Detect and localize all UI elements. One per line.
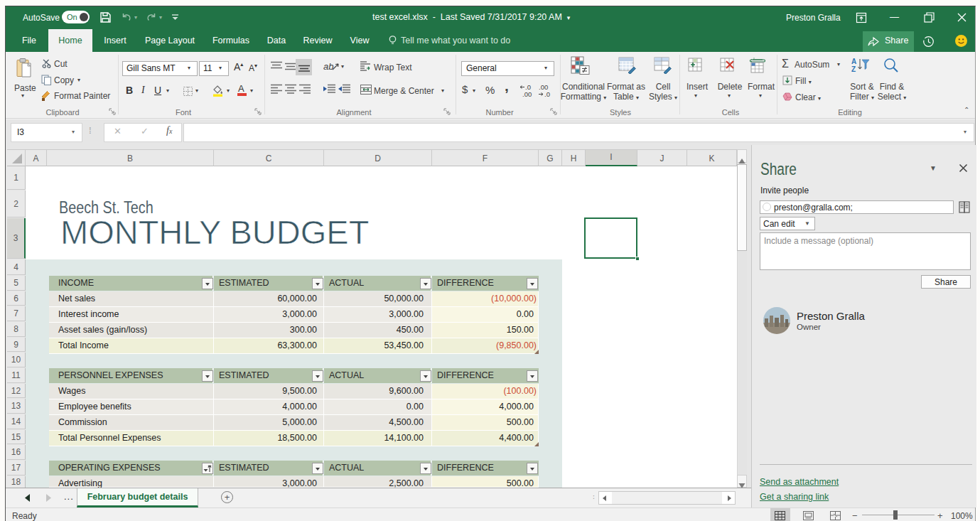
svg-text:.00: .00 — [522, 90, 532, 98]
svg-text:Z: Z — [851, 65, 856, 73]
svg-text:.0: .0 — [544, 90, 550, 98]
svg-text:A: A — [851, 58, 856, 65]
svg-text:ab: ab — [323, 61, 333, 72]
